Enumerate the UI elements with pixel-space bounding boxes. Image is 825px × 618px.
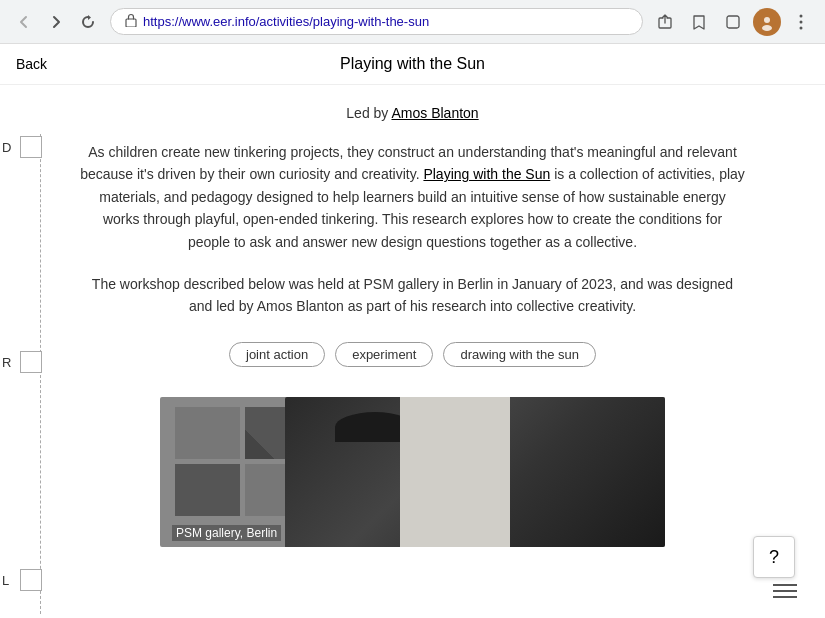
address-bar[interactable]: https://www.eer.info/activities/playing-… [110, 8, 643, 35]
line-3 [773, 596, 797, 598]
line-2 [773, 590, 797, 592]
image-area: PSM gallery, Berlin [160, 397, 665, 547]
user-avatar[interactable] [753, 8, 781, 36]
led-by: Led by Amos Blanton [80, 105, 745, 121]
tags-container: joint action experiment drawing with the… [80, 342, 745, 367]
description-paragraph: As children create new tinkering project… [80, 141, 745, 253]
share-button[interactable] [651, 8, 679, 36]
l-box[interactable] [20, 569, 42, 591]
page-title: Playing with the Sun [340, 55, 485, 73]
thumb-4 [175, 464, 240, 516]
author-link[interactable]: Amos Blanton [391, 105, 478, 121]
svg-point-7 [800, 26, 803, 29]
workshop-description: The workshop described below was held at… [80, 273, 745, 318]
forward-button[interactable] [42, 8, 70, 36]
back-link[interactable]: Back [16, 56, 47, 72]
help-label: ? [769, 547, 779, 568]
top-nav: Back Playing with the Sun [0, 44, 825, 85]
l-label: L [2, 573, 18, 588]
link-text: Playing with the Sun [423, 166, 550, 182]
help-button[interactable]: ? [753, 536, 795, 578]
tab-switcher-button[interactable] [719, 8, 747, 36]
browser-toolbar: https://www.eer.info/activities/playing-… [0, 0, 825, 44]
page-content: Back Playing with the Sun D R L Led by A… [0, 44, 825, 567]
l-marker: L [2, 569, 42, 591]
browser-actions [651, 8, 815, 36]
wall-area [400, 397, 510, 547]
line-1 [773, 584, 797, 586]
led-by-prefix: Led by [346, 105, 391, 121]
image-caption: PSM gallery, Berlin [172, 525, 281, 541]
playing-with-sun-link[interactable]: Playing with the Sun [423, 166, 550, 182]
url-text: https://www.eer.info/activities/playing-… [143, 14, 628, 29]
bookmark-button[interactable] [685, 8, 713, 36]
nav-buttons [10, 8, 102, 36]
three-lines-menu[interactable] [773, 584, 797, 598]
svg-point-3 [764, 17, 770, 23]
tag-drawing-with-sun[interactable]: drawing with the sun [443, 342, 596, 367]
tag-joint-action[interactable]: joint action [229, 342, 325, 367]
back-button[interactable] [10, 8, 38, 36]
svg-point-4 [762, 25, 772, 31]
svg-rect-1 [727, 16, 739, 28]
svg-point-6 [800, 20, 803, 23]
svg-point-5 [800, 14, 803, 17]
lock-icon [125, 13, 137, 30]
tag-experiment[interactable]: experiment [335, 342, 433, 367]
menu-button[interactable] [787, 8, 815, 36]
reload-button[interactable] [74, 8, 102, 36]
article-area: Led by Amos Blanton As children create n… [0, 85, 825, 567]
thumb-1 [175, 407, 240, 459]
svg-rect-0 [126, 19, 136, 27]
